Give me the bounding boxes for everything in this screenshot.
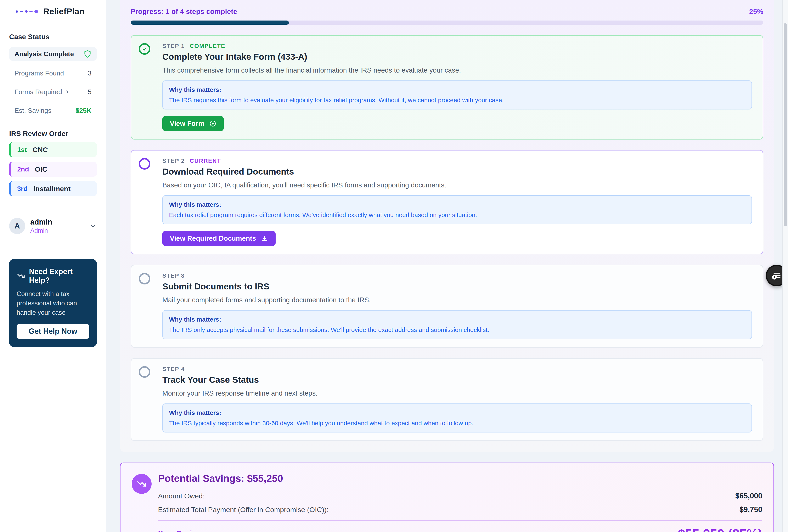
step-card-3: STEP 3 Submit Documents to IRS Mail your…: [131, 265, 763, 348]
step-label: STEP 3: [162, 272, 185, 279]
why-body: The IRS typically responds within 30-60 …: [169, 420, 745, 427]
step-pending-icon: [139, 366, 150, 378]
potential-savings-card: Potential Savings: $55,250 Amount Owed: …: [120, 462, 774, 532]
why-title: Why this matters:: [169, 409, 745, 416]
step-description: Monitor your IRS response timeline and n…: [162, 389, 752, 397]
review-label: OIC: [35, 165, 47, 173]
amount-owed-label: Amount Owed:: [158, 492, 205, 500]
step-description: Mail your completed forms and supporting…: [162, 296, 752, 304]
why-this-matters-box: Why this matters: The IRS only accepts p…: [162, 310, 752, 339]
sidebar-divider: [9, 248, 97, 248]
step-card-4: STEP 4 Track Your Case Status Monitor yo…: [131, 358, 763, 441]
why-this-matters-box: Why this matters: Each tax relief progra…: [162, 195, 752, 224]
annotation-list-icon: [771, 270, 782, 281]
review-order-heading: IRS Review Order: [9, 130, 97, 138]
your-savings-value: $55,250 (85%): [678, 526, 762, 532]
why-body: The IRS only accepts physical mail for t…: [169, 326, 745, 333]
step-description: Based on your OIC, IA qualification, you…: [162, 181, 752, 189]
why-body: Each tax relief program requires differe…: [169, 212, 745, 218]
step-pending-icon: [139, 273, 150, 284]
step-current-icon: [139, 158, 150, 170]
why-title: Why this matters:: [169, 201, 745, 208]
review-rank: 3rd: [17, 185, 27, 193]
user-name: admin: [30, 218, 52, 226]
chevron-right-icon: [65, 90, 70, 94]
estimated-payment-label: Estimated Total Payment (Offer in Compro…: [158, 506, 329, 514]
scrollbar-thumb[interactable]: [784, 23, 787, 226]
help-title: Need Expert Help?: [29, 267, 90, 285]
step-label: STEP 2: [162, 158, 185, 164]
step-card-2: STEP 2 CURRENT Download Required Documen…: [131, 150, 763, 254]
review-item-installment: 3rd Installment: [9, 181, 97, 196]
step-title: Submit Documents to IRS: [162, 281, 752, 292]
amount-owed-row: Amount Owed: $65,000: [158, 492, 762, 500]
estimated-payment-value: $9,750: [740, 505, 762, 514]
why-body: The IRS requires this form to evaluate y…: [169, 97, 745, 104]
sidebar-item-analysis-complete: Analysis Complete: [9, 47, 97, 61]
step-status-badge: CURRENT: [190, 158, 221, 164]
programs-found-label: Programs Found: [15, 70, 64, 77]
savings-title: Potential Savings: $55,250: [158, 473, 762, 484]
logo-dots-icon: [16, 10, 38, 13]
progress-percent: 25%: [749, 7, 763, 16]
your-savings-label: Your Savings:: [158, 529, 208, 532]
review-label: Installment: [33, 185, 71, 193]
amount-owed-value: $65,000: [735, 492, 762, 500]
your-savings-row: Your Savings: $55,250 (85%): [158, 526, 762, 532]
step-description: This comprehensive form collects all the…: [162, 66, 752, 74]
help-body: Connect with a tax professional who can …: [17, 289, 90, 317]
app-root: ReliefPlan Case Status Analysis Complete…: [0, 0, 788, 532]
get-help-button[interactable]: Get Help Now: [17, 324, 90, 339]
why-title: Why this matters:: [169, 316, 745, 323]
forms-required-value: 5: [88, 88, 92, 96]
sidebar-item-forms-required[interactable]: Forms Required 5: [9, 86, 97, 98]
progress-bar: [131, 21, 763, 25]
progress-label: Progress: 1 of 4 steps complete: [131, 7, 237, 16]
savings-divider: [158, 520, 762, 521]
forms-required-label: Forms Required: [15, 88, 62, 96]
step-title: Complete Your Intake Form (433-A): [162, 52, 752, 62]
shield-icon: [83, 50, 92, 58]
main-area: Progress: 1 of 4 steps complete 25% STEP…: [107, 0, 788, 532]
step-title: Download Required Documents: [162, 167, 752, 177]
review-item-cnc: 1st CNC: [9, 142, 97, 157]
case-status-heading: Case Status: [9, 33, 97, 41]
review-item-oic: 2nd OIC: [9, 162, 97, 177]
step-label: STEP 1: [162, 43, 185, 50]
why-this-matters-box: Why this matters: The IRS typically resp…: [162, 403, 752, 433]
user-menu[interactable]: A admin Admin: [9, 218, 97, 234]
step-title: Track Your Case Status: [162, 375, 752, 385]
programs-found-value: 3: [88, 70, 92, 77]
user-role: Admin: [30, 227, 52, 234]
est-savings-label: Est. Savings: [15, 107, 52, 115]
view-required-documents-label: View Required Documents: [170, 235, 256, 242]
logo: ReliefPlan: [0, 0, 106, 23]
estimated-payment-row: Estimated Total Payment (Offer in Compro…: [158, 505, 762, 514]
chevron-down-icon: [90, 222, 97, 230]
analysis-complete-label: Analysis Complete: [15, 50, 74, 58]
steps-container: Progress: 1 of 4 steps complete 25% STEP…: [120, 0, 774, 452]
step-card-1: STEP 1 COMPLETE Complete Your Intake For…: [131, 35, 763, 140]
download-icon: [261, 235, 268, 242]
sidebar-item-programs-found: Programs Found 3: [9, 67, 97, 79]
trending-down-icon: [132, 474, 152, 494]
review-rank: 1st: [17, 146, 27, 154]
step-status-badge: COMPLETE: [190, 43, 225, 50]
sidebar: ReliefPlan Case Status Analysis Complete…: [0, 0, 106, 532]
why-this-matters-box: Why this matters: The IRS requires this …: [162, 80, 752, 110]
step-label: STEP 4: [162, 366, 185, 372]
logo-text: ReliefPlan: [43, 7, 84, 16]
est-savings-value: $25K: [76, 107, 92, 115]
why-title: Why this matters:: [169, 86, 745, 93]
view-form-button[interactable]: View Form: [162, 116, 224, 131]
review-rank: 2nd: [17, 165, 29, 173]
page-scrollbar: [782, 0, 788, 532]
step-complete-icon: [139, 43, 150, 55]
sidebar-item-est-savings: Est. Savings $25K: [9, 104, 97, 117]
trending-down-icon: [17, 272, 25, 280]
view-form-button-label: View Form: [170, 120, 204, 127]
progress-fill: [131, 21, 289, 25]
view-required-documents-button[interactable]: View Required Documents: [162, 231, 276, 246]
eye-icon: [209, 120, 216, 127]
help-card: Need Expert Help? Connect with a tax pro…: [9, 259, 97, 347]
